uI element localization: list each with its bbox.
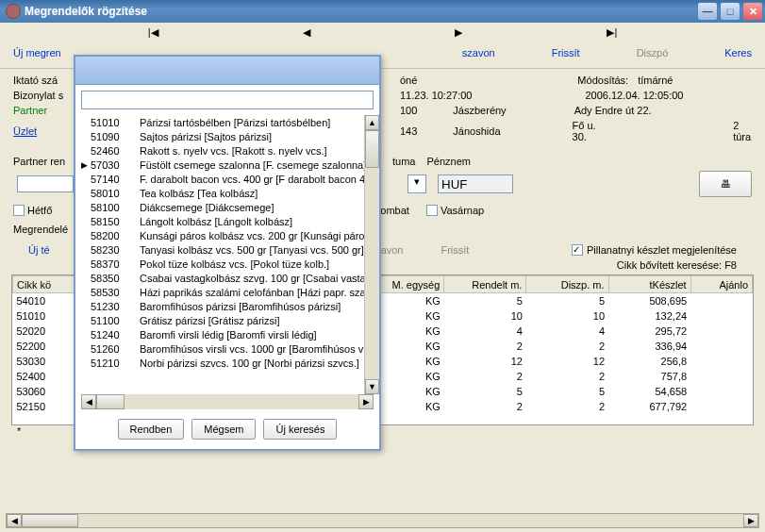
popup-new-search-button[interactable]: Új keresés xyxy=(263,419,337,440)
lookup-popup: 51010Párizsi tartósbélben [Párizsi tartó… xyxy=(74,55,381,451)
one-label: óné xyxy=(400,75,417,86)
popup-titlebar[interactable] xyxy=(75,57,379,85)
datetime2: 2006.12.04. 12:05:00 xyxy=(585,90,683,101)
popup-list-item[interactable]: 51230Baromfihúsos párizsi [Baromfihúsos … xyxy=(75,299,379,313)
scroll-down-icon[interactable]: ▼ xyxy=(365,379,379,394)
popup-cancel-button[interactable]: Mégsem xyxy=(191,419,256,440)
scroll-up-icon[interactable]: ▲ xyxy=(365,115,379,130)
ombat-label: ombat xyxy=(380,205,409,216)
popup-list-item[interactable]: 57140F. darabolt bacon vcs. 400 gr [F da… xyxy=(75,172,379,186)
col-keszlet[interactable]: tKészlet xyxy=(608,276,690,293)
popup-search-input[interactable] xyxy=(81,91,374,109)
uzlet-city: Jánoshida xyxy=(453,125,500,137)
close-button[interactable]: ✕ xyxy=(742,2,763,21)
popup-list-item[interactable]: 51210Norbi párizsi szvcs. 100 gr [Norbi … xyxy=(75,356,379,370)
popup-hscroll-thumb[interactable] xyxy=(96,394,125,409)
popup-list-item[interactable]: 52460Rakott s. nyelv vcs. [Rakott s. nye… xyxy=(75,143,379,158)
nav-next-icon[interactable]: ▶ xyxy=(455,26,462,39)
phone-link[interactable]: szavon xyxy=(462,47,495,58)
record-nav: |◀ ◀ ▶ ▶| xyxy=(0,23,765,42)
search-link[interactable]: Keres xyxy=(724,47,752,58)
uj-te-link[interactable]: Új té xyxy=(28,244,50,256)
dispo-link[interactable]: Diszpó xyxy=(637,47,669,58)
datetime1: 11.23. 10:27:00 xyxy=(400,90,472,101)
bizonylat-label: Bizonylat s xyxy=(13,90,70,101)
popup-list-item[interactable]: 51240Baromfi virsli lédig [Baromfi virsl… xyxy=(75,327,379,341)
app-icon xyxy=(6,4,21,19)
uzlet-extra: 2 túra xyxy=(733,120,752,142)
penznem-label: Pénznem xyxy=(426,156,470,167)
modositas-user: tímárné xyxy=(638,75,673,86)
popup-scroll-left-icon[interactable]: ◀ xyxy=(81,394,96,409)
modositas-label: Módosítás: xyxy=(577,75,628,86)
popup-ok-button[interactable]: Rendben xyxy=(118,419,185,440)
popup-list-item[interactable]: 51260Baromfihúsos virsli vcs. 1000 gr [B… xyxy=(75,341,379,356)
tuma-label: tuma xyxy=(392,156,415,167)
popup-list-item[interactable]: 58350Csabai vastagkolbász szvg. 100 gr [… xyxy=(75,271,379,285)
popup-list-item[interactable]: 51090Sajtos párizsi [Sajtos párizsi] xyxy=(75,129,379,143)
popup-list-item[interactable]: 58530Házi paprikás szalámi celofánban [H… xyxy=(75,285,379,299)
iktato-label: Iktató szá xyxy=(13,75,70,86)
popup-list-item[interactable]: 57030Füstölt csemege szalonna [F. csemeg… xyxy=(75,158,379,172)
popup-list-item[interactable]: 58370Pokol tüze kolbász vcs. [Pokol tüze… xyxy=(75,257,379,271)
row-marker-icon xyxy=(81,160,91,170)
refresh-link[interactable]: Frissít xyxy=(552,47,580,58)
hetfo-checkbox[interactable]: Hétfő xyxy=(13,205,52,216)
scroll-left-icon[interactable]: ◀ xyxy=(7,514,22,527)
scroll-thumb[interactable] xyxy=(22,514,78,527)
uzlet-label[interactable]: Üzlet xyxy=(13,125,70,137)
partner-label: Partner xyxy=(13,105,70,116)
print-button[interactable]: 🖶 xyxy=(699,171,752,197)
sub-refresh-link[interactable]: Frissít xyxy=(441,244,469,256)
col-cikk[interactable]: Cikk kö xyxy=(13,276,75,293)
new-order-link[interactable]: Új megren xyxy=(13,47,61,58)
partner-code: 100 xyxy=(400,105,417,116)
popup-scroll-right-icon[interactable]: ▶ xyxy=(358,394,374,409)
col-diszp[interactable]: Diszp. m. xyxy=(526,276,608,293)
vasarnap-checkbox[interactable]: Vasárnap xyxy=(426,205,484,216)
megrendele-label: Megrendelé xyxy=(13,224,68,235)
uzlet-addr: Fő u. 30. xyxy=(573,120,602,142)
partner-addr: Ady Endre út 22. xyxy=(574,105,652,116)
uzlet-code: 143 xyxy=(400,125,417,137)
penznem-input[interactable] xyxy=(438,175,513,193)
popup-vscroll-thumb[interactable] xyxy=(365,130,379,168)
popup-list-item[interactable]: 51100Grátisz párizsi [Grátisz párizsi] xyxy=(75,313,379,327)
popup-list[interactable]: 51010Párizsi tartósbélben [Párizsi tartó… xyxy=(75,115,379,394)
popup-list-item[interactable]: 58010Tea kolbász [Tea kolbász] xyxy=(75,186,379,200)
popup-list-item[interactable]: 58150Lángolt kolbász [Lángolt kolbász] xyxy=(75,214,379,228)
partner-city: Jászberény xyxy=(453,105,506,116)
nav-first-icon[interactable]: |◀ xyxy=(148,26,158,39)
live-stock-checkbox[interactable]: Pillanatnyi készlet megjelenítése xyxy=(572,244,737,256)
nav-prev-icon[interactable]: ◀ xyxy=(303,26,310,39)
popup-vscrollbar[interactable]: ▲ ▼ xyxy=(364,115,379,394)
popup-list-item[interactable]: 58230Tanyasi kolbász vcs. 500 gr [Tanyas… xyxy=(75,242,379,257)
popup-list-item[interactable]: 58100Diákcsemege [Diákcsemege] xyxy=(75,200,379,214)
nav-last-icon[interactable]: ▶| xyxy=(607,26,617,39)
partner-rend-input[interactable] xyxy=(17,175,74,192)
window-title: Megrendelők rögzítése xyxy=(25,5,697,18)
minimize-button[interactable]: — xyxy=(697,2,718,21)
col-rendelt[interactable]: Rendelt m. xyxy=(444,276,526,293)
horizontal-scrollbar[interactable]: ◀ ▶ xyxy=(6,513,759,528)
popup-hscrollbar[interactable]: ◀ ▶ xyxy=(81,394,374,409)
partner-rend-label: Partner ren xyxy=(13,156,70,167)
tuma-dropdown[interactable]: ▾ xyxy=(407,175,426,193)
printer-icon: 🖶 xyxy=(721,178,731,190)
col-ajanlo[interactable]: Ajánlo xyxy=(690,276,752,293)
popup-list-item[interactable]: 58200Kunsági páros kolbász vcs. 200 gr [… xyxy=(75,228,379,242)
popup-list-item[interactable]: 51010Párizsi tartósbélben [Párizsi tartó… xyxy=(75,115,379,129)
maximize-button[interactable]: □ xyxy=(720,2,740,21)
scroll-right-icon[interactable]: ▶ xyxy=(743,514,758,527)
titlebar: Megrendelők rögzítése — □ ✕ xyxy=(0,0,765,23)
